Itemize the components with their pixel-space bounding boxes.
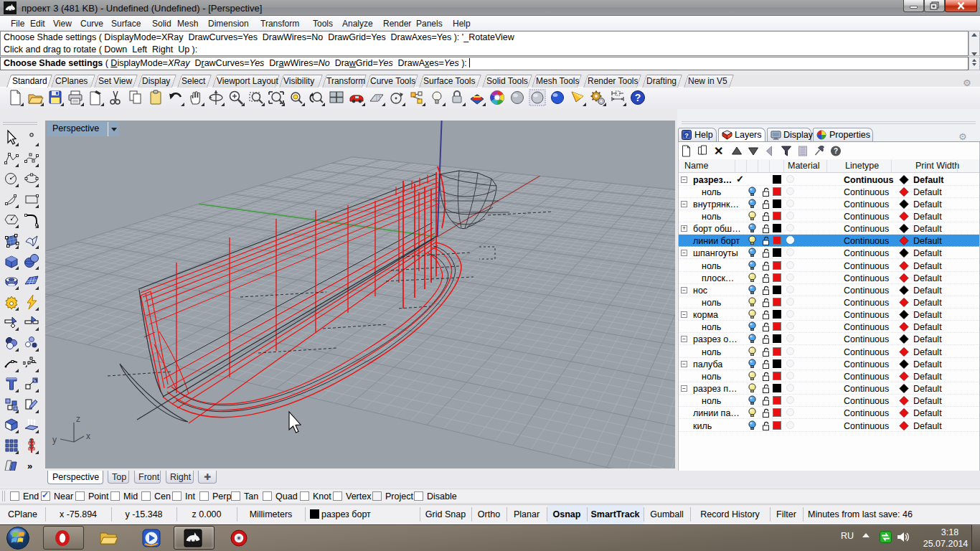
svg-text:y: y xyxy=(52,435,57,445)
svg-text:z: z xyxy=(76,414,80,424)
svg-text:x: x xyxy=(86,431,90,441)
svg-text:?: ? xyxy=(635,92,641,103)
svg-text:?: ? xyxy=(834,147,838,155)
svg-text:»: » xyxy=(27,461,32,471)
svg-text:?: ? xyxy=(684,132,689,139)
